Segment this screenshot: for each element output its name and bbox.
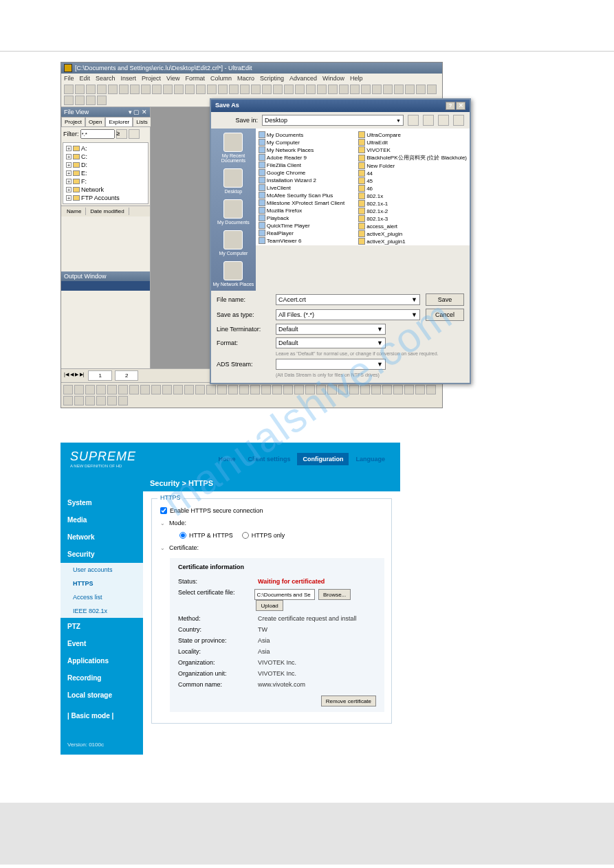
toolbar-icon[interactable] xyxy=(118,396,128,405)
menu-column[interactable]: Column xyxy=(210,75,232,82)
fileview-tab-explorer[interactable]: Explorer xyxy=(105,117,133,127)
toolbar-icon[interactable] xyxy=(75,96,85,105)
panel-buttons[interactable]: ▾ ▢ ✕ xyxy=(129,109,147,115)
toolbar-icon[interactable] xyxy=(185,85,195,94)
toolbar-icon[interactable] xyxy=(130,85,140,94)
menu-format[interactable]: Format xyxy=(185,75,205,82)
toolbar-icon[interactable] xyxy=(96,385,106,394)
place-my-computer[interactable]: My Computer xyxy=(219,230,248,256)
toolbar-icon[interactable] xyxy=(306,85,316,94)
file-item[interactable]: Adobe Reader 9 xyxy=(259,154,344,161)
nav-configuration[interactable]: Configuration xyxy=(297,453,349,465)
file-item[interactable]: BlackholePK公用資料夾 (位於 Blackhole) xyxy=(358,154,467,162)
toolbar-icon[interactable] xyxy=(85,385,95,394)
fileview-tab-project[interactable]: Project xyxy=(61,117,85,127)
toolbar-icon[interactable] xyxy=(218,85,228,94)
file-item[interactable]: 802.1x-2 xyxy=(358,208,467,214)
toolbar-icon[interactable] xyxy=(349,385,359,394)
toolbar-icon[interactable] xyxy=(317,85,327,94)
toolbar-icon[interactable] xyxy=(96,396,106,405)
filter-input[interactable] xyxy=(80,129,115,139)
toolbar-icon[interactable] xyxy=(74,396,84,405)
toolbar-icon[interactable] xyxy=(107,385,117,394)
file-item[interactable]: Google Chrome xyxy=(259,169,344,176)
toolbar-icon[interactable] xyxy=(228,385,238,394)
col-date[interactable]: Date modified xyxy=(86,208,129,215)
toolbar-icon[interactable] xyxy=(339,85,349,94)
views-button[interactable] xyxy=(453,115,464,126)
toolbar-icon[interactable] xyxy=(118,385,128,394)
mode-https-only-radio[interactable] xyxy=(242,532,249,539)
toolbar-icon[interactable] xyxy=(184,385,194,394)
toolbar-icon[interactable] xyxy=(206,385,216,394)
file-item[interactable]: RealPlayer xyxy=(259,230,344,236)
toolbar-icon[interactable] xyxy=(63,396,73,405)
ads-combo[interactable]: ▼ xyxy=(276,359,386,370)
sidebar-item-local-storage[interactable]: Local storage xyxy=(61,687,143,704)
tree-item[interactable]: +F: xyxy=(66,177,145,186)
sidebar-item-security[interactable]: Security xyxy=(61,546,143,563)
filter-go-button[interactable]: ≥ xyxy=(116,129,127,139)
menu-advanced[interactable]: Advanced xyxy=(289,75,317,82)
file-item[interactable]: Playback xyxy=(259,214,344,221)
file-item[interactable]: TeamViewer 6 xyxy=(259,237,344,244)
place-desktop[interactable]: Desktop xyxy=(223,168,243,194)
drive-tree[interactable]: +A:+C:+D:+E:+F:+Network+FTP Accounts xyxy=(63,142,149,204)
toolbar-icon[interactable] xyxy=(251,85,261,94)
toolbar-icon[interactable] xyxy=(262,85,272,94)
col-name[interactable]: Name xyxy=(63,208,86,215)
file-item[interactable]: 802.1x xyxy=(358,192,467,199)
toolbar-icon[interactable] xyxy=(328,85,338,94)
file-item[interactable]: 802.1x-3 xyxy=(358,215,467,222)
toolbar-icon[interactable] xyxy=(295,85,305,94)
file-item[interactable]: Milestone XProtect Smart Client xyxy=(259,199,344,206)
toolbar-icon[interactable] xyxy=(174,85,184,94)
output-window-header[interactable]: Output Window xyxy=(61,271,150,281)
toolbar-icon[interactable] xyxy=(64,96,74,105)
toolbar-icon[interactable] xyxy=(415,385,425,394)
sidebar-sub-user-accounts[interactable]: User accounts xyxy=(61,563,143,577)
ue-titlebar[interactable]: [C:\Documents and Settings\eric.lu\Deskt… xyxy=(61,63,442,74)
tree-item[interactable]: +D: xyxy=(66,161,145,169)
sidebar-item-system[interactable]: System xyxy=(61,494,143,511)
sidebar-sub-ieee-802-1x[interactable]: IEEE 802.1x xyxy=(61,604,143,618)
help-button[interactable]: ? xyxy=(446,102,455,110)
sidebar-sub-access-list[interactable]: Access list xyxy=(61,590,143,604)
tree-item[interactable]: +E: xyxy=(66,169,145,177)
toolbar-icon[interactable] xyxy=(196,85,206,94)
file-list[interactable]: My DocumentsMy ComputerMy Network Places… xyxy=(256,129,470,245)
file-item[interactable]: My Computer xyxy=(259,139,344,146)
toolbar-icon[interactable] xyxy=(360,385,370,394)
file-item[interactable]: activeX_plugin1 xyxy=(358,238,467,245)
file-item[interactable]: 45 xyxy=(358,177,467,184)
toolbar-icon[interactable] xyxy=(404,385,414,394)
lineterm-combo[interactable]: Default▼ xyxy=(276,324,386,335)
format-combo[interactable]: Default▼ xyxy=(276,337,386,348)
toolbar-icon[interactable] xyxy=(107,396,117,405)
tree-item[interactable]: +C: xyxy=(66,153,145,161)
file-item[interactable]: 46 xyxy=(358,185,467,192)
toolbar-icon[interactable] xyxy=(97,85,107,94)
file-item[interactable]: McAfee Security Scan Plus xyxy=(259,192,344,199)
toolbar-icon[interactable] xyxy=(405,85,415,94)
toolbar-icon[interactable] xyxy=(129,385,139,394)
menu-scripting[interactable]: Scripting xyxy=(260,75,284,82)
sidebar-item-event[interactable]: Event xyxy=(61,635,143,652)
toolbar-icon[interactable] xyxy=(393,385,403,394)
sidebar-item-ptz[interactable]: PTZ xyxy=(61,618,143,635)
upload-button[interactable]: Upload xyxy=(256,600,283,611)
menu-insert[interactable]: Insert xyxy=(121,75,137,82)
toolbar-icon[interactable] xyxy=(294,385,304,394)
certfile-input[interactable] xyxy=(254,589,315,600)
menu-macro[interactable]: Macro xyxy=(237,75,254,82)
toolbar-icon[interactable] xyxy=(207,85,217,94)
toolbar-icon[interactable] xyxy=(108,85,118,94)
cert-header[interactable]: ⌄ Certificate: xyxy=(159,542,384,554)
file-item[interactable]: 44 xyxy=(358,170,467,177)
save-button[interactable]: Save xyxy=(426,293,464,306)
saveastype-combo[interactable]: All Files. (*.*)▼ xyxy=(276,309,420,320)
cancel-button[interactable]: Cancel xyxy=(426,309,464,321)
file-item[interactable]: activeX_plugin xyxy=(358,230,467,237)
menu-edit[interactable]: Edit xyxy=(80,75,91,82)
file-item[interactable]: LiveClient xyxy=(259,184,344,191)
